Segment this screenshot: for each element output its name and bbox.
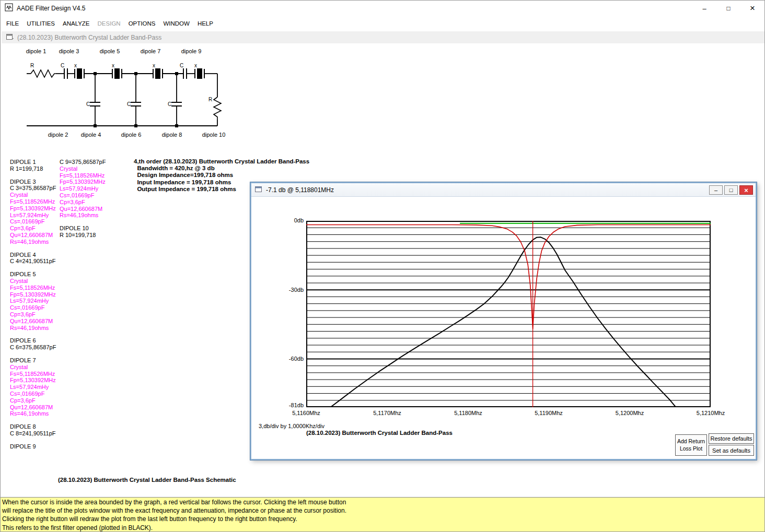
mdi-child-icon[interactable] xyxy=(6,33,14,42)
crystal-4[interactable] xyxy=(195,68,204,79)
crystal-params[interactable]: Crystal Fs=5,118526MHz Fp=5,130392MHz Ls… xyxy=(10,192,60,245)
plot-titlebar[interactable]: -7.1 db @ 5,118801MHz – □ × xyxy=(251,183,756,197)
label-x-3: x xyxy=(153,63,155,68)
label-dipole-5: dipole 5 xyxy=(100,48,120,54)
label-dipole-2: dipole 2 xyxy=(48,132,68,138)
titlebar[interactable]: AADE Filter Design V4.5 – □ × xyxy=(1,1,764,16)
input-resistor[interactable] xyxy=(31,70,56,77)
crystal-params[interactable]: Crystal Fs=5,118526MHz Fp=5,130392MHz Ls… xyxy=(10,364,60,417)
component-block[interactable]: DIPOLE 3 C 3=375,86587pF xyxy=(10,179,60,192)
component-block[interactable]: DIPOLE 6 C 6=375,86587pF xyxy=(10,337,60,351)
x-tick-label: 5,1190Mhz xyxy=(528,410,570,416)
label-x-2: x xyxy=(112,63,114,68)
set-as-defaults-button[interactable]: Set as defaults xyxy=(709,445,754,456)
scale-note: 3,db/div by 1,0000Khz/div xyxy=(259,423,324,429)
label-c-shunt-1: C xyxy=(86,101,90,107)
shunt-capacitor-3[interactable] xyxy=(171,102,182,106)
series-capacitor-2[interactable] xyxy=(183,68,187,79)
label-c-shunt-3: C xyxy=(168,101,171,107)
close-button[interactable]: × xyxy=(740,1,764,16)
plot-cursor-readout: -7.1 db @ 5,118801MHz xyxy=(266,186,334,194)
x-tick-label: 5,1170Mhz xyxy=(366,410,408,416)
schematic-caption: (28.10.2023) Butterworth Crystal Ladder … xyxy=(58,477,236,483)
help-line: will replace the title of the plots wind… xyxy=(2,506,764,515)
menu-help[interactable]: HELP xyxy=(196,19,215,28)
y-tick-label: -81db xyxy=(272,402,304,408)
label-c-series-2: C xyxy=(180,63,183,68)
window-title: AADE Filter Design V4.5 xyxy=(17,5,85,12)
menu-file[interactable]: FILE xyxy=(5,19,20,28)
component-list-column-2: C 9=375,86587pF Crystal Fs=5,118526MHz F… xyxy=(60,159,128,245)
x-tick-label: 5,1200Mhz xyxy=(609,410,651,416)
restore-defaults-button[interactable]: Restore defaults xyxy=(709,433,754,444)
menubar: FILE UTILITIES ANALYZE DESIGN OPTIONS WI… xyxy=(1,16,764,31)
label-c-shunt-2: C xyxy=(127,101,131,107)
filter-schematic[interactable]: R C x x x C x R C C C dipole 1 dipole 3 … xyxy=(16,45,241,144)
label-r-out: R xyxy=(208,97,212,102)
plot-minimize-button[interactable]: – xyxy=(709,185,723,195)
label-dipole-1: dipole 1 xyxy=(26,48,47,54)
app-window: AADE Filter Design V4.5 – □ × FILE UTILI… xyxy=(0,0,765,532)
help-line: This refers to the first filter opened (… xyxy=(2,524,764,532)
label-dipole-3: dipole 3 xyxy=(59,48,79,54)
plot-restore-button[interactable]: □ xyxy=(724,185,738,195)
component-list-column-1: DIPOLE 1 R 1=199,718 DIPOLE 3 C 3=375,86… xyxy=(10,159,60,456)
dipole-labels: dipole 1 dipole 3 dipole 5 dipole 7 dipo… xyxy=(26,48,226,138)
menu-analyze[interactable]: ANALYZE xyxy=(61,19,91,28)
component-block[interactable]: DIPOLE 4 C 4=241,90511pF xyxy=(10,252,60,265)
component-block[interactable]: DIPOLE 1 R 1=199,718 xyxy=(10,159,60,172)
menu-options[interactable]: OPTIONS xyxy=(127,19,157,28)
y-tick-label: -60db xyxy=(272,356,304,362)
label-x-4: x xyxy=(194,63,197,68)
plot-close-button[interactable]: × xyxy=(739,185,753,195)
menu-window[interactable]: WINDOW xyxy=(161,19,191,28)
y-tick-label: 0db xyxy=(272,217,304,223)
mdi-child-title: (28.10.2023) Butterworth Crystal Ladder … xyxy=(17,34,161,41)
crystal-3[interactable] xyxy=(153,68,163,79)
y-tick-label: -30db xyxy=(272,287,304,293)
app-icon xyxy=(5,3,13,14)
series-capacitor-1[interactable] xyxy=(64,68,67,79)
plot-window: -7.1 db @ 5,118801MHz – □ × 0db -30db -6… xyxy=(250,182,757,460)
schematic-wires xyxy=(27,74,217,126)
help-line: Clicking the right button will redraw th… xyxy=(2,515,764,523)
menu-design: DESIGN xyxy=(96,19,122,28)
component-block[interactable]: DIPOLE 8 C 8=241,90511pF xyxy=(10,423,60,437)
label-r-in: R xyxy=(30,63,34,68)
plot-title: (28.10.2023) Butterworth Crystal Ladder … xyxy=(306,430,453,436)
label-dipole-8: dipole 8 xyxy=(162,132,182,138)
crystal-params[interactable]: Crystal Fs=5,118526MHz Fp=5,130392MHz Ls… xyxy=(60,165,128,219)
crystal-params[interactable]: Crystal Fs=5,118526MHz Fp=5,130392MHz Ls… xyxy=(10,278,60,331)
help-panel: When the cursor is inside the area bound… xyxy=(1,497,765,532)
label-dipole-6: dipole 6 xyxy=(121,132,142,138)
mdi-child-titlebar[interactable]: (28.10.2023) Butterworth Crystal Ladder … xyxy=(2,31,764,43)
x-tick-label: 5,1210Mhz xyxy=(690,410,732,416)
label-c-series-1: C xyxy=(61,63,64,68)
label-dipole-10: dipole 10 xyxy=(202,132,226,138)
maximize-button[interactable]: □ xyxy=(716,1,740,16)
menu-utilities[interactable]: UTILITIES xyxy=(25,19,56,28)
x-tick-label: 5,1160Mhz xyxy=(285,410,327,416)
label-dipole-7: dipole 7 xyxy=(141,48,161,54)
minimize-button[interactable]: – xyxy=(692,1,716,16)
crystal-2[interactable] xyxy=(112,68,122,79)
plot-caption-buttons: – □ × xyxy=(709,185,753,195)
label-dipole-9: dipole 9 xyxy=(181,48,202,54)
help-line: When the cursor is inside the area bound… xyxy=(2,498,764,506)
graph-area[interactable] xyxy=(306,221,711,407)
plot-window-icon[interactable] xyxy=(255,185,262,195)
component-block[interactable]: DIPOLE 9 xyxy=(10,443,60,450)
x-tick-label: 5,1180Mhz xyxy=(447,410,489,416)
component-block[interactable]: DIPOLE 7 xyxy=(10,357,60,364)
label-dipole-4: dipole 4 xyxy=(81,132,101,138)
output-resistor[interactable] xyxy=(214,97,221,120)
crystal-1[interactable] xyxy=(75,68,84,79)
component-block[interactable]: C 9=375,86587pF xyxy=(60,159,128,165)
shunt-capacitor-2[interactable] xyxy=(131,102,141,106)
caption-buttons: – □ × xyxy=(692,1,764,16)
label-x-1: x xyxy=(74,63,77,68)
shunt-capacitor-1[interactable] xyxy=(90,102,100,106)
add-return-loss-button[interactable]: Add Return Loss Plot xyxy=(675,434,707,456)
component-block[interactable]: DIPOLE 5 xyxy=(10,271,60,278)
component-block[interactable]: DIPOLE 10 R 10=199,718 xyxy=(60,225,128,239)
